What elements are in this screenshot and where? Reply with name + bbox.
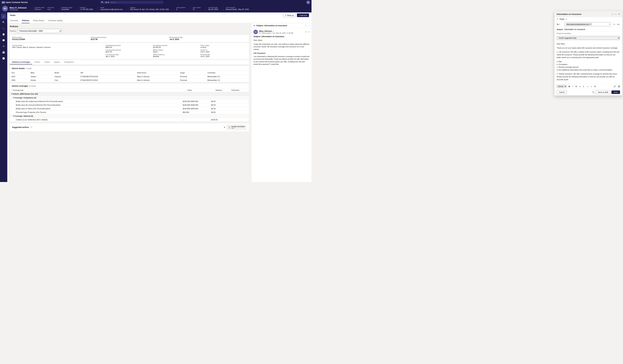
wrap-up-button[interactable]: ↩ Wrap up: [283, 13, 296, 17]
email-subject-line: Subject: Information on insurance: [253, 35, 310, 38]
customer-avatar: MJ: [2, 6, 8, 11]
email-meta: To: Uplussupport • Tue, May 30, 2023, 11…: [259, 32, 293, 34]
coverages-column-headers: ↑ Coverage type Limits Deducti... Full p…: [10, 88, 249, 92]
tasks-actions: ↩ Wrap up + Add task: [283, 13, 309, 17]
app-logo: U+ Uplus Customer Service: [1, 1, 28, 4]
header-divider-4: [98, 6, 98, 11]
vehicle-details-data-table: Year Make Model VIN Rated driver Usage L…: [10, 71, 249, 82]
tab-customer-activity[interactable]: Customer activity: [48, 18, 63, 23]
customer-name-block: Mary K Johnson Policyholder: [9, 6, 27, 11]
expand-compulsory-icon[interactable]: ▾: [13, 97, 14, 99]
section-title: Policies: [10, 25, 249, 28]
email-field-header: Email mary.kjohnson@outlook.com: [100, 7, 123, 10]
vehicle-coverages-section: Vehicle coverages 20 results ↑ Coverage …: [10, 84, 249, 122]
suggested-item-update-lienholder[interactable]: 📋 Update lienholder Task: [226, 125, 247, 130]
policy-number-row: Policy number FA1411133384 Next payment …: [10, 35, 249, 42]
policies-section: Policies Policies Personal Automobile - …: [7, 23, 251, 182]
email-share-icon[interactable]: ↗: [308, 31, 310, 33]
header-divider-2: [59, 6, 59, 11]
sub-tab-agents[interactable]: Agents: [52, 60, 62, 64]
main-content: Tasks ↩ Wrap up + Add task Summary Polic…: [7, 13, 312, 182]
insured-parties-block: Insured parties John Connor, Mary K John…: [12, 44, 104, 57]
coverage-col-premium: Full premi...: [231, 89, 247, 91]
customer-header: MJ Mary K Johnson Policyholder Customer …: [0, 5, 312, 13]
sidebar-item-email[interactable]: ✉: [1, 44, 6, 49]
header-divider-9: [223, 6, 223, 11]
policy-detail-grid: Insured parties John Connor, Mary K John…: [10, 43, 249, 59]
coverage-col-deductible: Deducti...: [216, 89, 231, 91]
sub-tab-drivers[interactable]: Drivers: [32, 60, 42, 64]
col-model: Model: [53, 71, 79, 75]
top-nav-right: MJ: [307, 1, 310, 4]
annualized-premium-block: Annualized premium $1,650.00 Billing met…: [153, 44, 199, 57]
email-from-row: MJ Mary Johnson ✓ To: Uplussupport • Tue…: [253, 30, 310, 34]
search-input[interactable]: [111, 1, 162, 3]
wrap-icon: ↩: [285, 14, 287, 16]
vehicle-coverages-header: Vehicle coverages 20 results: [10, 84, 249, 88]
coverage-group-vehicle: ▾ Vehicle: 2009 Honda Civic (10): [10, 92, 249, 96]
customer-role: Policyholder: [9, 9, 27, 11]
sub-tab-vehicles[interactable]: Vehicles & Coverages: [10, 60, 32, 64]
email-panel: ✉ Subject: Information on insurance ⋮ › …: [251, 23, 312, 182]
collapse-icon[interactable]: ▾: [224, 126, 225, 128]
col-vin: VIN: [79, 71, 135, 75]
vehicle-coverages-results: 20 results: [29, 85, 36, 87]
policy-select-row: Policies Personal Automobile - 3384: [10, 29, 249, 33]
list-item: Bodily injury to Others (Per Person/Acci…: [10, 107, 249, 110]
active-policies-field: Active policies 2: [176, 7, 185, 10]
user-avatar[interactable]: MJ: [307, 1, 310, 4]
tab-policy-history[interactable]: Policy history: [33, 18, 44, 23]
next-payment-block: Next payment amount $137.50: [91, 37, 168, 41]
email-body-preview: MJ Mary Johnson ✓ To: Uplussupport • Tue…: [251, 28, 312, 182]
col-make: Make: [29, 71, 53, 75]
sidebar-item-cases[interactable]: 📋: [1, 32, 6, 37]
email-panel-header: ✉ Subject: Information on insurance ⋮ ›: [251, 23, 312, 28]
sidebar-item-chat[interactable]: 💬: [1, 38, 6, 43]
policy-dropdown[interactable]: Personal Automobile - 3384: [17, 29, 62, 33]
sub-tabs: Vehicles & Coverages Drivers Claims Agen…: [10, 60, 249, 64]
tasks-title: Tasks: [10, 14, 16, 17]
expand-optional-icon[interactable]: ▾: [13, 115, 14, 117]
list-item: Bodily Injury By Uninsured Motorist (Per…: [10, 103, 249, 107]
list-item: Personal Injury Protection (Per Person) …: [10, 110, 249, 114]
tab-policies[interactable]: Policies: [22, 18, 29, 23]
table-row: 2015 Subaru Impreza 2T1AE09E1PC021203 Ma…: [10, 75, 249, 78]
search-scope-select[interactable]: All: [105, 1, 110, 3]
churn-risk-field: Churn risk High: [47, 7, 54, 10]
coverage-col-limits: Limits: [187, 89, 216, 91]
email-forward-icon[interactable]: ↩: [305, 31, 307, 33]
email-subject-header: Subject: Information on insurance: [256, 24, 304, 27]
header-divider-1: [32, 6, 32, 11]
sidebar-item-search[interactable]: 🔍: [1, 20, 6, 25]
search-icon: 🔍: [101, 1, 104, 3]
email-sender-avatar: MJ: [253, 30, 258, 34]
col-lienholder: Lienholder: [206, 71, 249, 75]
tab-summary[interactable]: Summary: [10, 18, 19, 23]
info-icon: ⓘ: [31, 126, 32, 128]
next-payment-date-block: Next payment date Jul 5, 2023: [169, 37, 247, 41]
table-row: 2009 Honda Civic 3T2AE10E2PC132414 Mary …: [10, 78, 249, 82]
sidebar-item-time[interactable]: 🕐: [1, 56, 6, 61]
customer-name: Mary K Johnson: [9, 6, 27, 9]
add-task-button[interactable]: + Add task: [297, 13, 309, 17]
global-search-bar[interactable]: 🔍 All: [100, 1, 163, 4]
col-usage: Usage: [178, 71, 206, 75]
list-item: Collision (Loss Settlement (ACV, Stated)…: [10, 118, 249, 122]
left-sidebar: ⌂ 🔍 📞 📋 💬 ✉ 📅 🕐 🔔 ⚙ 👤: [0, 13, 7, 182]
vehicle-details-header: Vehicle details 2 results: [10, 66, 249, 71]
col-rated-driver: Rated driver: [135, 71, 178, 75]
header-divider-6: [174, 6, 174, 11]
sidebar-item-home[interactable]: ⌂: [1, 14, 6, 19]
sidebar-item-calendar[interactable]: 📅: [1, 50, 6, 55]
sub-tab-claims[interactable]: Claims: [42, 60, 52, 64]
expand-vehicle-icon[interactable]: ▾: [11, 93, 12, 95]
coverage-type-optional: ▾ Coverage: Optional (6): [10, 114, 249, 118]
email-icon: ✉: [253, 24, 255, 27]
header-divider-5: [128, 6, 128, 11]
tasks-bar: Tasks ↩ Wrap up + Add task: [7, 13, 312, 18]
email-more-options[interactable]: ⋮: [305, 24, 307, 27]
email-close-panel[interactable]: ›: [309, 24, 310, 27]
sub-tab-transactions[interactable]: Transactions: [62, 60, 76, 64]
last-claim-field: Last claim date Jan 29, 2022: [208, 7, 218, 10]
sidebar-item-phone[interactable]: 📞: [1, 26, 6, 31]
